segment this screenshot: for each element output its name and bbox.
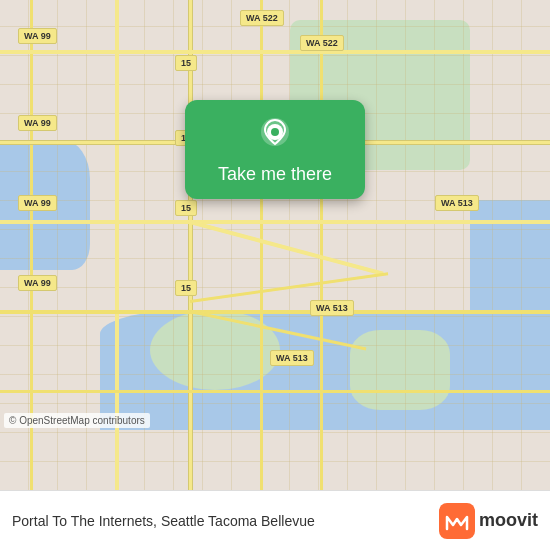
- road-label-wa99_mid2: WA 99: [18, 195, 57, 211]
- road-label-i15_top: 15: [175, 55, 197, 71]
- moovit-logo: moovit: [439, 503, 538, 539]
- bottom-info-bar: Portal To The Internets, Seattle Tacoma …: [0, 490, 550, 550]
- road-label-i15_bot: 15: [175, 200, 197, 216]
- road-label-wa522_1: WA 522: [240, 10, 284, 26]
- road-wa522-horizontal: [0, 50, 550, 54]
- road-label-wa99_top: WA 99: [18, 28, 57, 44]
- road-label-wa513_low: WA 513: [270, 350, 314, 366]
- take-me-there-label: Take me there: [218, 164, 332, 185]
- moovit-text: moovit: [479, 510, 538, 531]
- svg-point-2: [271, 128, 279, 136]
- map-attribution: © OpenStreetMap contributors: [4, 413, 150, 428]
- take-me-there-button[interactable]: Take me there: [185, 100, 365, 199]
- moovit-icon: [439, 503, 475, 539]
- road-side-v5: [320, 0, 323, 490]
- road-side-v4: [260, 0, 263, 490]
- road-label-wa99_mid1: WA 99: [18, 115, 57, 131]
- road-label-wa513_mid: WA 513: [310, 300, 354, 316]
- road-h3: [0, 220, 550, 224]
- road-label-wa522_2: WA 522: [300, 35, 344, 51]
- road-wa513-horizontal: [0, 310, 550, 314]
- road-h5: [0, 390, 550, 393]
- road-i15-vertical: [188, 0, 193, 490]
- road-label-i15_low: 15: [175, 280, 197, 296]
- map-pin-icon: [255, 116, 295, 156]
- road-label-wa513_right: WA 513: [435, 195, 479, 211]
- road-label-wa99_bot: WA 99: [18, 275, 57, 291]
- destination-text: Portal To The Internets, Seattle Tacoma …: [12, 513, 439, 529]
- map-view: WA 99WA 99WA 99WA 9915151515WA 522WA 522…: [0, 0, 550, 490]
